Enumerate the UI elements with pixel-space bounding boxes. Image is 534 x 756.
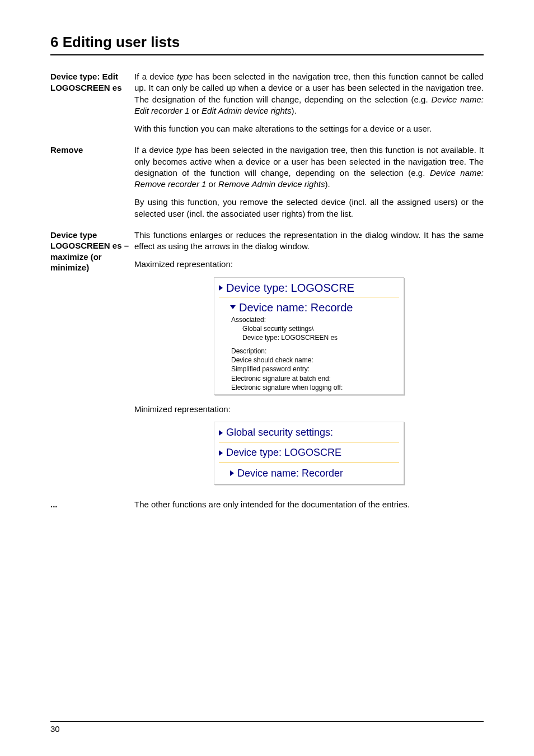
text-italic: type: [177, 72, 193, 81]
detail-text: Device type: LOGOSCREEN es: [231, 333, 404, 342]
tree-row-device-type[interactable]: Device type: LOGOSCRE: [214, 280, 404, 296]
detail-text: Electronic signature at batch end:: [231, 374, 404, 383]
chevron-right-icon: [219, 450, 223, 456]
text: If a device: [134, 145, 176, 155]
tree-divider: [219, 297, 399, 297]
caption-min: Minimized representation:: [134, 404, 484, 415]
caption-max: Maximized representation:: [134, 259, 484, 270]
side-label-edit: Device type: Edit LOGOSCREEN es: [50, 71, 134, 141]
tree-details: Associated: Global security settings\ De…: [214, 315, 404, 393]
tree-title: Global security settings:: [226, 426, 333, 440]
section-maximize: Device type LOGOSCREEN es – maximize (or…: [50, 230, 484, 493]
text-italic: Edit Admin device rights: [202, 106, 291, 115]
body-maximize: This functions enlarges or reduces the r…: [134, 230, 484, 493]
text: ).: [291, 106, 296, 115]
text: With this function you can make alterati…: [134, 123, 484, 134]
tree-divider: [219, 463, 399, 463]
text: By using this function, you remove the s…: [134, 197, 484, 220]
chevron-right-icon: [230, 470, 234, 476]
tree-title: Device type: LOGOSCRE: [226, 446, 341, 460]
screenshot-maximized: Device type: LOGOSCRE Device name: Recor…: [214, 277, 404, 395]
text: The other functions are only intended fo…: [134, 499, 484, 510]
section-remove: Remove If a device type has been selecte…: [50, 144, 484, 226]
text: If a device: [134, 72, 177, 81]
text-italic: type: [176, 145, 192, 155]
chevron-right-icon: [219, 285, 223, 291]
side-label-other: ...: [50, 499, 134, 517]
chapter-title: 6 Editing user lists: [50, 34, 484, 55]
section-other: ... The other functions are only intende…: [50, 499, 484, 517]
tree-row-device-type[interactable]: Device type: LOGOSCRE: [214, 445, 404, 461]
page-number: 30: [50, 721, 484, 734]
text: ).: [325, 179, 330, 189]
text: This functions enlarges or reduces the r…: [134, 230, 484, 253]
detail-text: Electronic signature when logging off:: [231, 383, 404, 392]
tree-divider: [219, 442, 399, 442]
side-label-maximize: Device type LOGOSCREEN es – maximize (or…: [50, 230, 134, 493]
tree-title: Device name: Recorder: [237, 466, 343, 480]
tree-row-device-name[interactable]: Device name: Recorder: [214, 465, 404, 482]
tree-row-device-name[interactable]: Device name: Recorde: [214, 300, 404, 315]
text: or: [189, 106, 202, 115]
detail-text: Global security settings\: [231, 324, 404, 333]
chevron-right-icon: [219, 430, 223, 436]
tree-row-global[interactable]: Global security settings:: [214, 424, 404, 441]
detail-text: Simplified password entry:: [231, 365, 404, 374]
detail-label: Description:: [231, 347, 404, 356]
text: or: [206, 179, 218, 189]
body-edit: If a device type has been selected in th…: [134, 71, 484, 141]
side-label-remove: Remove: [50, 144, 134, 226]
screenshot-minimized: Global security settings: Device type: L…: [214, 422, 404, 484]
chevron-down-icon: [230, 305, 236, 309]
body-remove: If a device type has been selected in th…: [134, 144, 484, 226]
section-edit: Device type: Edit LOGOSCREEN es If a dev…: [50, 71, 484, 141]
tree-title: Device type: LOGOSCRE: [226, 280, 354, 296]
body-other: The other functions are only intended fo…: [134, 499, 484, 517]
text-italic: Remove Admin device rights: [218, 179, 325, 189]
detail-text: Device should check name:: [231, 356, 404, 365]
detail-label: Associated:: [231, 315, 404, 324]
tree-title: Device name: Recorde: [239, 300, 353, 315]
